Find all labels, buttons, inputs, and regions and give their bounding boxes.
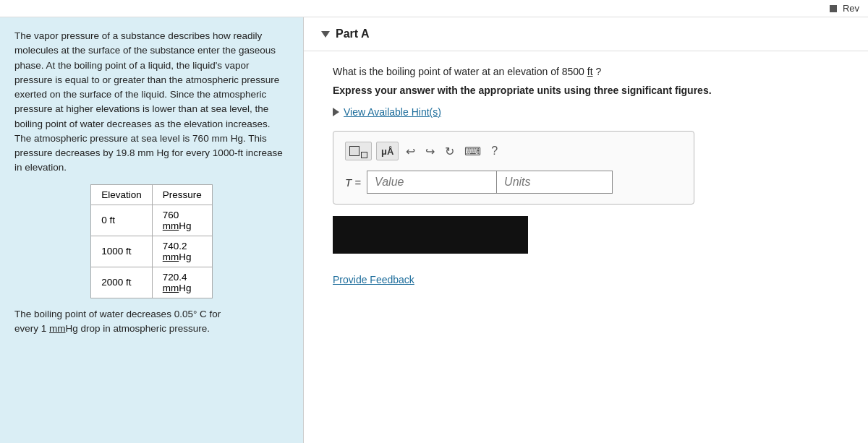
question-mark-label: ?	[491, 145, 498, 158]
table-row: 1000 ft740.2mmHg	[91, 236, 213, 267]
small-square-icon	[361, 152, 367, 158]
hint-label: View Available Hint(s)	[344, 106, 441, 118]
top-bar-right: Rev	[830, 3, 859, 14]
squares-icon	[349, 146, 367, 156]
undo-button[interactable]: ↩	[403, 143, 418, 160]
rev-square-icon	[830, 5, 837, 12]
collapse-triangle-icon[interactable]	[321, 31, 330, 38]
refresh-button[interactable]: ↻	[442, 143, 457, 160]
part-a-label: Part A	[336, 27, 370, 40]
hint-link[interactable]: View Available Hint(s)	[333, 106, 839, 118]
top-bar: Rev	[0, 0, 868, 17]
left-panel: The vapor pressure of a substance descri…	[0, 17, 304, 443]
table-row: 2000 ft720.4mmHg	[91, 267, 213, 298]
mu-angstrom-button[interactable]: μÅ	[376, 142, 399, 160]
right-panel: Part A What is the boiling point of wate…	[304, 17, 868, 443]
squares-toolbar-button[interactable]	[345, 142, 372, 160]
elevation-cell: 0 ft	[91, 205, 153, 236]
keyboard-button[interactable]: ⌨	[461, 143, 484, 160]
footer-text: The boiling point of water decreases 0.0…	[14, 307, 289, 337]
pressure-cell: 720.4mmHg	[152, 267, 212, 298]
col-header-pressure: Pressure	[152, 184, 212, 205]
redo-button[interactable]: ↪	[422, 143, 438, 160]
answer-box: μÅ ↩ ↪ ↻ ⌨ ? T =	[333, 131, 694, 205]
t-label: T =	[345, 176, 361, 189]
value-input[interactable]	[367, 171, 497, 194]
answer-row: T =	[345, 171, 682, 194]
col-header-elevation: Elevation	[91, 184, 153, 205]
rev-label: Rev	[843, 3, 859, 14]
question-area: What is the boiling point of water at an…	[304, 51, 868, 443]
main-layout: The vapor pressure of a substance descri…	[0, 17, 868, 443]
data-table: Elevation Pressure 0 ft760mmHg1000 ft740…	[90, 184, 213, 298]
part-a-header: Part A	[304, 17, 868, 51]
help-button[interactable]: ?	[488, 143, 501, 159]
big-square-icon	[349, 146, 359, 156]
pressure-cell: 760mmHg	[152, 205, 212, 236]
units-input[interactable]	[497, 171, 613, 194]
instruction-text: Express your answer with the appropriate…	[333, 85, 839, 96]
toolbar: μÅ ↩ ↪ ↻ ⌨ ?	[345, 142, 682, 160]
intro-text: The vapor pressure of a substance descri…	[14, 29, 289, 176]
elevation-cell: 1000 ft	[91, 236, 153, 267]
table-row: 0 ft760mmHg	[91, 205, 213, 236]
black-rectangle	[333, 216, 528, 254]
feedback-link[interactable]: Provide Feedback	[333, 274, 414, 285]
hint-triangle-icon	[333, 108, 339, 116]
mmhg-underline: mm	[49, 323, 66, 334]
question-text: What is the boiling point of water at an…	[333, 66, 839, 77]
pressure-cell: 740.2mmHg	[152, 236, 212, 267]
elevation-cell: 2000 ft	[91, 267, 153, 298]
